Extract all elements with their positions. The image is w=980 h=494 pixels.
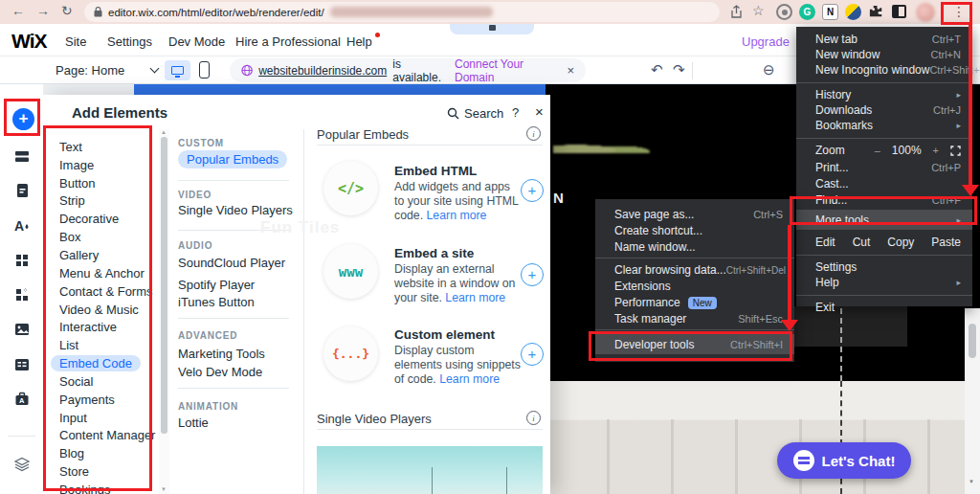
media-icon[interactable] — [0, 321, 43, 338]
add-embed-html-button[interactable]: + — [521, 179, 544, 202]
menu-item-new-tab[interactable]: New tabCtrl+T — [796, 32, 972, 47]
extension-notion-icon[interactable]: N — [822, 4, 838, 20]
menu-item-downloads[interactable]: DownloadsCtrl+J — [796, 102, 972, 118]
info-icon[interactable]: i — [526, 411, 541, 425]
zoom-out-button[interactable]: – — [875, 145, 880, 156]
menu-item-cast[interactable]: Cast... — [796, 176, 972, 191]
pages-icon[interactable] — [0, 182, 43, 199]
connect-domain-link[interactable]: Connect Your Domain — [455, 57, 559, 84]
chevron-down-icon[interactable] — [150, 64, 160, 74]
side-panel-icon[interactable] — [892, 5, 906, 18]
panel-scrollbar[interactable]: ▲ ▼ — [159, 129, 169, 494]
stage-scrollbar-track[interactable]: ▼ — [965, 308, 980, 494]
zoom-in-button[interactable]: + — [933, 145, 939, 156]
menu-settings[interactable]: Settings — [107, 34, 152, 49]
menu-hire-professional[interactable]: Hire a Professional — [235, 34, 341, 49]
forward-icon[interactable]: → — [36, 3, 50, 18]
content-manager-icon[interactable] — [0, 356, 43, 373]
dismiss-domain-icon[interactable]: × — [567, 63, 574, 78]
submenu-item-save-page[interactable]: Save page as...Ctrl+S — [595, 207, 794, 222]
mobile-view-button[interactable] — [199, 61, 210, 79]
bookmark-star-icon[interactable]: ☆ — [752, 3, 765, 18]
page-selector[interactable]: Page: Home — [56, 63, 124, 78]
menu-item-zoom[interactable]: Zoom – 100% + — [796, 143, 972, 158]
add-embed-site-button[interactable]: + — [521, 263, 544, 286]
subcategory-soundcloud[interactable]: SoundCloud Player — [178, 256, 285, 270]
extensions-puzzle-icon[interactable] — [868, 4, 883, 19]
add-custom-element-button[interactable]: + — [521, 343, 544, 366]
undo-icon[interactable]: ↶ — [651, 61, 663, 79]
page-guide-dashed-line — [840, 308, 842, 381]
menu-item-edit-row[interactable]: Edit Cut Copy Paste — [796, 235, 972, 250]
section-popular-embeds-title: Popular Embeds — [317, 127, 409, 142]
site-design-icon[interactable]: A — [0, 217, 43, 235]
domain-name[interactable]: websitebuilderinside.com — [258, 64, 387, 78]
subcategory-itunes[interactable]: iTunes Button — [178, 295, 255, 309]
subcategory-spotify[interactable]: Spotify Player — [178, 278, 255, 292]
scroll-down-icon[interactable]: ▼ — [161, 486, 167, 492]
wix-logo[interactable]: WiX — [11, 30, 46, 53]
submenu-item-performance[interactable]: PerformanceNew — [595, 295, 794, 310]
menu-item-settings[interactable]: Settings — [796, 259, 972, 275]
menu-item-new-incognito[interactable]: New Incognito windowCtrl+Shift+N — [796, 62, 972, 78]
scrollbar-down-icon[interactable]: ▼ — [969, 479, 974, 484]
menu-item-print[interactable]: Print...Ctrl+P — [796, 160, 972, 175]
stage-scrollbar-thumb[interactable] — [969, 324, 976, 358]
extension-color-icon[interactable] — [845, 4, 861, 20]
menu-item-new-window[interactable]: New windowCtrl+N — [796, 47, 972, 62]
business-tools-icon[interactable]: A — [0, 391, 43, 408]
zoom-out-tool-icon[interactable]: ⊖ — [763, 61, 775, 79]
submenu-item-name-window[interactable]: Name window... — [595, 239, 794, 255]
submenu-item-task-manager[interactable]: Task managerShift+Esc — [595, 311, 794, 326]
share-icon[interactable] — [729, 5, 744, 19]
redo-icon[interactable]: ↷ — [673, 61, 685, 79]
custom-element-title: Custom element — [394, 327, 495, 342]
submenu-item-clear-data[interactable]: Clear browsing data...Ctrl+Shift+Del — [595, 262, 794, 278]
subcategory-marketing-tools[interactable]: Marketing Tools — [178, 347, 265, 361]
subcategory-popular-embeds-selected[interactable]: Popular Embeds — [178, 150, 287, 168]
panel-search[interactable]: Search — [447, 106, 503, 121]
upgrade-link[interactable]: Upgrade — [742, 34, 790, 49]
subcategory-lottie[interactable]: Lottie — [178, 415, 209, 430]
site-interior-photo — [546, 381, 965, 494]
info-icon[interactable]: i — [526, 126, 541, 141]
scroll-up-icon[interactable]: ▲ — [161, 129, 167, 135]
back-icon[interactable]: ← — [11, 3, 25, 18]
subcategory-single-video-players[interactable]: Single Video Players — [178, 203, 293, 217]
reload-icon[interactable]: ↻ — [61, 3, 73, 18]
extension-grammarly-icon[interactable]: G — [799, 4, 815, 20]
menu-item-help[interactable]: Help▸ — [796, 275, 972, 290]
menu-help[interactable]: Help — [346, 34, 372, 49]
menu-site[interactable]: Site — [65, 34, 86, 49]
desktop-view-button[interactable] — [165, 60, 190, 80]
fullscreen-icon[interactable] — [950, 146, 961, 156]
layers-icon[interactable] — [0, 456, 43, 473]
lets-chat-button[interactable]: Let's Chat! — [777, 442, 911, 479]
learn-more-link[interactable]: Learn more — [445, 291, 505, 304]
submenu-item-extensions[interactable]: Extensions — [595, 279, 794, 294]
panel-scrollbar-thumb[interactable] — [161, 137, 167, 434]
add-section-icon[interactable] — [0, 147, 43, 165]
avatar[interactable] — [916, 3, 935, 22]
panel-help-icon[interactable]: ? — [512, 105, 519, 120]
submenu-item-create-shortcut[interactable]: Create shortcut... — [595, 223, 794, 238]
menu-divider — [796, 82, 972, 83]
annotation-box-category-list — [43, 125, 152, 491]
panel-close-icon[interactable]: × — [535, 103, 544, 120]
subcategory-velo-dev-mode[interactable]: Velo Dev Mode — [178, 365, 262, 379]
my-business-icon[interactable] — [0, 286, 43, 303]
menu-item-exit[interactable]: Exit — [796, 300, 972, 315]
copy-button[interactable]: Copy — [887, 236, 914, 249]
learn-more-link[interactable]: Learn more — [439, 372, 500, 386]
cut-button[interactable]: Cut — [853, 236, 871, 249]
menu-dev-mode[interactable]: Dev Mode — [168, 34, 225, 49]
app-market-icon[interactable] — [0, 252, 43, 269]
address-bar[interactable]: editor.wix.com/html/editor/web/renderer/… — [84, 2, 720, 22]
menu-item-bookmarks[interactable]: Bookmarks▸ — [796, 118, 972, 133]
edit-label: Edit — [815, 236, 835, 249]
paste-button[interactable]: Paste — [931, 236, 961, 249]
video-player-thumbnail[interactable] — [317, 446, 543, 494]
menu-item-history[interactable]: History▸ — [796, 87, 972, 102]
learn-more-link[interactable]: Learn more — [427, 209, 487, 222]
extension-camera-icon[interactable] — [776, 4, 792, 20]
